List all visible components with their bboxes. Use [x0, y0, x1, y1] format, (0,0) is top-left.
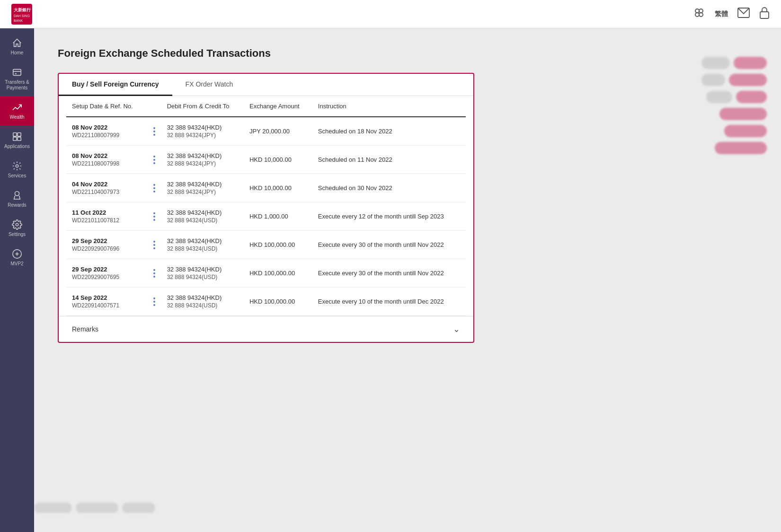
lock-icon[interactable] — [759, 7, 770, 22]
cell-debit-credit-4: 32 388 94324(HKD) 32 888 94324(USD) — [161, 231, 244, 259]
cell-date-ref-6: 14 Sep 2022 WD220914007571 — [66, 288, 147, 316]
decorative-pills-right — [701, 57, 767, 154]
logo-area: 大新銀行 DAH SING BANK — [11, 4, 32, 25]
svg-point-4 — [695, 9, 699, 13]
cell-menu-3[interactable] — [147, 202, 161, 231]
language-button[interactable]: 繁體 — [715, 10, 728, 18]
sidebar-item-transfers[interactable]: Transfers & Payments — [0, 61, 34, 96]
decorative-pills-bottom — [34, 503, 767, 513]
table-row: 08 Nov 2022 WD221108007998 32 388 94324(… — [66, 146, 466, 174]
chevron-down-icon: ⌄ — [453, 324, 460, 334]
svg-text:DAH SING: DAH SING — [14, 14, 30, 17]
cell-amount-2: HKD 10,000.00 — [244, 174, 312, 202]
table-row: 11 Oct 2022 WD221011007812 32 388 94324(… — [66, 202, 466, 231]
col-header-debit-credit: Debit From & Credit To — [161, 96, 244, 117]
cell-date-ref-2: 04 Nov 2022 WD221104007973 — [66, 174, 147, 202]
cell-debit-credit-5: 32 388 94324(HKD) 32 888 94324(USD) — [161, 259, 244, 288]
cell-date-ref-5: 29 Sep 2022 WD220929007695 — [66, 259, 147, 288]
cell-date-ref-1: 08 Nov 2022 WD221108007998 — [66, 146, 147, 174]
svg-rect-9 — [760, 12, 769, 18]
tab-fx-order[interactable]: FX Order Watch — [172, 74, 247, 96]
col-header-setup-date: Setup Date & Ref. No. — [66, 96, 147, 117]
svg-text:BANK: BANK — [14, 19, 23, 22]
cell-date-ref-3: 11 Oct 2022 WD221011007812 — [66, 202, 147, 231]
profiles-icon[interactable] — [693, 7, 705, 22]
remarks-bar[interactable]: Remarks ⌄ — [59, 316, 473, 342]
row-menu-button-3[interactable] — [153, 212, 156, 221]
svg-rect-15 — [13, 137, 17, 140]
svg-rect-10 — [13, 70, 21, 76]
cell-amount-1: HKD 10,000.00 — [244, 146, 312, 174]
table-row: 29 Sep 2022 WD220929007696 32 388 94324(… — [66, 231, 466, 259]
sidebar-label-services: Services — [8, 173, 26, 179]
sidebar-item-settings[interactable]: Settings — [0, 214, 34, 243]
table-container: Setup Date & Ref. No. Debit From & Credi… — [59, 96, 473, 316]
svg-point-17 — [16, 165, 18, 167]
row-menu-button-5[interactable] — [153, 269, 156, 278]
col-header-menu — [147, 96, 161, 117]
table-row: 08 Nov 2022 WD221108007999 32 388 94324(… — [66, 117, 466, 146]
sidebar-item-wealth[interactable]: Wealth — [0, 96, 34, 126]
cell-date-ref-4: 29 Sep 2022 WD220929007696 — [66, 231, 147, 259]
cell-debit-credit-2: 32 388 94324(HKD) 32 888 94324(JPY) — [161, 174, 244, 202]
remarks-label: Remarks — [72, 325, 98, 333]
header-right: 繁體 — [693, 7, 770, 22]
cell-instruction-6: Execute every 10 of the month untill Dec… — [312, 288, 466, 316]
row-menu-button-0[interactable] — [153, 127, 156, 136]
cell-instruction-1: Scheduled on 11 Nov 2022 — [312, 146, 466, 174]
svg-point-19 — [16, 223, 18, 226]
svg-point-6 — [695, 13, 699, 17]
main-content: Foreign Exchange Scheduled Transactions — [34, 28, 781, 532]
sidebar-label-mvp2: MVP2 — [10, 261, 23, 267]
cell-amount-0: JPY 20,000.00 — [244, 117, 312, 146]
sidebar-label-transfers: Transfers & Payments — [2, 79, 32, 91]
cell-menu-6[interactable] — [147, 288, 161, 316]
svg-rect-14 — [18, 133, 21, 136]
cell-menu-5[interactable] — [147, 259, 161, 288]
svg-point-7 — [699, 13, 703, 17]
transactions-table: Setup Date & Ref. No. Debit From & Credi… — [66, 96, 466, 316]
cell-instruction-4: Execute every 30 of the month untill Nov… — [312, 231, 466, 259]
svg-text:大新銀行: 大新銀行 — [13, 7, 31, 12]
cell-amount-5: HKD 100,000.00 — [244, 259, 312, 288]
sidebar-item-services[interactable]: Services — [0, 155, 34, 184]
svg-point-5 — [699, 9, 703, 13]
sidebar-item-mvp2[interactable]: MVP2 — [0, 243, 34, 272]
sidebar-label-home: Home — [11, 50, 24, 56]
svg-rect-13 — [13, 133, 17, 136]
tab-buy-sell[interactable]: Buy / Sell Foreign Currency — [59, 74, 172, 96]
sidebar-label-rewards: Rewards — [8, 202, 26, 208]
table-row: 14 Sep 2022 WD220914007571 32 388 94324(… — [66, 288, 466, 316]
col-header-exchange-amount: Exchange Amount — [244, 96, 312, 117]
cell-menu-0[interactable] — [147, 117, 161, 146]
row-menu-button-2[interactable] — [153, 184, 156, 192]
cell-instruction-5: Execute every 30 of the month untill Nov… — [312, 259, 466, 288]
cell-debit-credit-3: 32 388 94324(HKD) 32 888 94324(USD) — [161, 202, 244, 231]
cell-debit-credit-6: 32 388 94324(HKD) 32 888 94324(USD) — [161, 288, 244, 316]
svg-rect-16 — [18, 137, 21, 140]
fx-card: Buy / Sell Foreign Currency FX Order Wat… — [58, 73, 474, 343]
cell-menu-2[interactable] — [147, 174, 161, 202]
cell-instruction-3: Execute every 12 of the month untill Sep… — [312, 202, 466, 231]
header: 大新銀行 DAH SING BANK 繁體 — [0, 0, 781, 28]
cell-amount-4: HKD 100,000.00 — [244, 231, 312, 259]
table-row: 04 Nov 2022 WD221104007973 32 388 94324(… — [66, 174, 466, 202]
cell-date-ref-0: 08 Nov 2022 WD221108007999 — [66, 117, 147, 146]
sidebar-item-home[interactable]: Home — [0, 32, 34, 61]
cell-debit-credit-0: 32 388 94324(HKD) 32 888 94324(JPY) — [161, 117, 244, 146]
cell-menu-4[interactable] — [147, 231, 161, 259]
page-title: Foreign Exchange Scheduled Transactions — [58, 47, 757, 60]
row-menu-button-1[interactable] — [153, 156, 156, 164]
cell-instruction-0: Scheduled on 18 Nov 2022 — [312, 117, 466, 146]
svg-point-18 — [15, 192, 19, 196]
cell-menu-1[interactable] — [147, 146, 161, 174]
col-header-instruction: Instruction — [312, 96, 466, 117]
mail-icon[interactable] — [737, 8, 750, 21]
sidebar-item-rewards[interactable]: Rewards — [0, 184, 34, 214]
row-menu-button-4[interactable] — [153, 241, 156, 249]
tabs-container: Buy / Sell Foreign Currency FX Order Wat… — [59, 74, 473, 96]
cell-amount-6: HKD 100,000.00 — [244, 288, 312, 316]
row-menu-button-6[interactable] — [153, 297, 156, 306]
bank-logo: 大新銀行 DAH SING BANK — [11, 4, 32, 25]
sidebar-item-applications[interactable]: Applications — [0, 126, 34, 155]
